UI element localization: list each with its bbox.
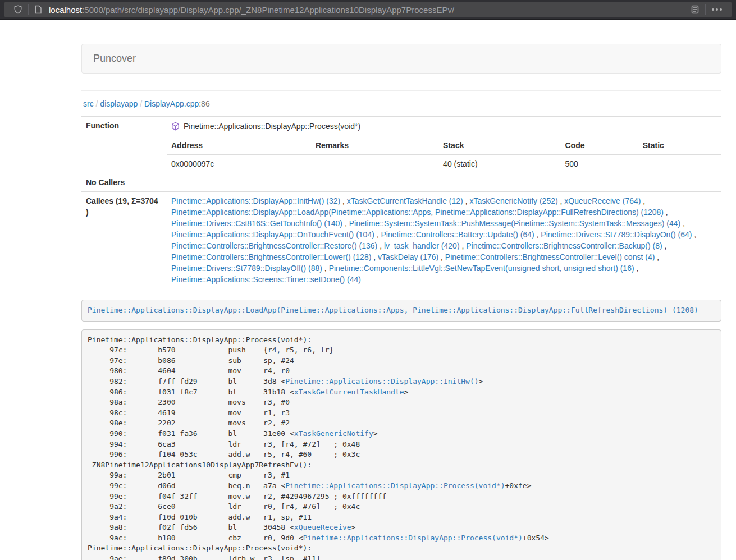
callee-separator: , [438,253,445,261]
highlighted-callee-block: Pinetime::Applications::DisplayApp::Load… [81,300,721,322]
col-header-remarks: Remarks [311,136,438,155]
breadcrumb-link[interactable]: src [83,99,94,108]
col-header-static: Static [638,136,721,155]
address-table-row: 0x0000097c 40 (static) 500 [167,155,721,173]
callee-link[interactable]: vTaskDelay (176) [378,253,438,261]
callee-link[interactable]: Pinetime::Controllers::BrightnessControl… [171,241,377,250]
callee-separator: , [371,253,378,261]
breadcrumb-link[interactable]: displayapp [100,99,138,108]
callee-link[interactable]: Pinetime::Controllers::BrightnessControl… [171,253,371,261]
asm-text: 9ae: f89d 300b ldrb.w r3, [sp, #11] [88,554,321,560]
menu-dots-icon[interactable] [708,8,726,11]
asm-symbol-link[interactable]: xTaskGenericNotify [294,429,373,438]
callee-separator: , [460,241,467,250]
breadcrumb-link[interactable]: DisplayApp.cpp [144,99,199,108]
col-header-stack: Stack [438,136,560,155]
page-info-icon[interactable] [31,5,45,14]
asm-symbol-link[interactable]: Pinetime::Applications::DisplayApp::Proc… [303,534,523,542]
asm-text: 990: f031 fa36 bl 31e00 < [88,429,294,438]
browser-toolbar: localhost:5000/path/src/displayapp/Displ… [0,0,736,20]
asm-text: 99e: f04f 32ff mov.w r2, #4294967295 ; 0… [88,492,386,501]
callee-separator: , [692,230,697,239]
no-callers-cell [167,173,721,192]
callee-link[interactable]: Pinetime::Drivers::St7789::DisplayOn() (… [541,230,692,239]
callee-separator: , [655,253,659,261]
callees-row: Callees (19, Σ=3704 ) Pinetime::Applicat… [81,192,721,289]
function-cube-icon [171,122,180,131]
asm-text: 9a4: f10d 010b add.w r1, sp, #11 [88,513,312,521]
asm-text: 99a: 2b01 cmp r3, #1 [88,471,290,479]
callee-link[interactable]: Pinetime::Controllers::Battery::Update()… [381,230,534,239]
asm-symbol-link[interactable]: xQueueReceive [294,523,351,531]
asm-text: 982: f7ff fd29 bl 3d8 < [88,377,285,385]
asm-text: Pinetime::Applications::DisplayApp::Proc… [88,544,312,552]
asm-text: 986: f031 f8c7 bl 31b18 < [88,388,294,396]
asm-symbol-link[interactable]: Pinetime::Applications::DisplayApp::Init… [285,377,478,385]
asm-text: 9a8: f02f fd56 bl 30458 < [88,523,294,531]
callee-link[interactable]: Pinetime::Applications::DisplayApp::Init… [171,196,340,205]
asm-symbol-link[interactable]: Pinetime::Applications::DisplayApp::Proc… [285,481,505,490]
page-content: Puncover src / displayapp / DisplayApp.c… [81,20,721,560]
callee-link[interactable]: Pinetime::System::SystemTask::PushMessag… [349,219,681,228]
callee-link[interactable]: xTaskGenericNotify (252) [469,196,557,205]
reader-mode-icon[interactable] [687,5,703,14]
highlighted-callee-link[interactable]: Pinetime::Applications::DisplayApp::Load… [88,306,698,314]
asm-text: 994: 6ca3 ldr r3, [r4, #72] ; 0x48 [88,440,360,448]
asm-text: > [479,377,483,385]
brand-link[interactable]: Puncover [93,53,136,64]
col-header-code: Code [560,136,638,155]
asm-text: 97c: b570 push {r4, r5, r6, lr} [88,346,333,354]
callee-separator: , [664,208,668,217]
callee-separator: , [377,241,384,250]
url-host: localhost [49,5,82,15]
url-bar[interactable]: localhost:5000/path/src/displayapp/Displ… [4,2,732,17]
callees-list: Pinetime::Applications::DisplayApp::Init… [167,192,721,289]
breadcrumb-line-number: :86 [199,99,209,108]
breadcrumb-separator: / [94,99,100,108]
asm-symbol-link[interactable]: xTaskGetCurrentTaskHandle [294,388,404,396]
callee-link[interactable]: Pinetime::Drivers::St7789::DisplayOff() … [171,264,322,273]
callee-link[interactable]: Pinetime::Components::LittleVgl::SetNewT… [329,264,634,273]
address-value: 0x0000097c [167,155,311,173]
callee-separator: , [374,230,381,239]
asm-text: 9ac: b180 cbz r0, 9d0 < [88,534,303,542]
callee-link[interactable]: xTaskGetCurrentTaskHandle (12) [347,196,463,205]
callee-link[interactable]: Pinetime::Applications::DisplayApp::OnTo… [171,230,374,239]
toolbar-divider [28,4,29,15]
asm-text: > [404,388,409,396]
callee-link[interactable]: Pinetime::Drivers::Cst816S::GetTouchInfo… [171,219,342,228]
code-value: 500 [560,155,638,173]
asm-text: 97e: b086 sub sp, #24 [88,356,294,365]
col-header-address: Address [167,136,311,155]
callee-separator: , [342,219,349,228]
asm-text: 99c: d06d beq.n a7a < [88,481,285,490]
shield-icon[interactable] [10,5,26,14]
callee-link[interactable]: Pinetime::Applications::DisplayApp::Load… [171,208,664,217]
callee-separator: , [463,196,470,205]
callee-link[interactable]: lv_task_handler (420) [384,241,460,250]
asm-text: +0x54> [523,534,549,542]
callees-label: Callees (19, Σ=3704 ) [81,192,167,289]
disassembly-block: Pinetime::Applications::DisplayApp::Proc… [81,329,721,560]
function-cell: Pinetime::Applications::DisplayApp::Proc… [167,117,721,173]
callee-link[interactable]: Pinetime::Controllers::BrightnessControl… [445,253,655,261]
function-row-label: Function [81,117,167,173]
callee-link[interactable]: xQueueReceive (764) [564,196,641,205]
callee-separator: , [340,196,347,205]
callee-separator: , [322,264,329,273]
asm-text: > [351,523,356,531]
breadcrumb: src / displayapp / DisplayApp.cpp:86 [81,98,721,109]
no-callers-label: No Callers [81,173,167,192]
asm-text: 98c: 4619 mov r1, r3 [88,408,290,417]
callee-link[interactable]: Pinetime::Controllers::BrightnessControl… [466,241,662,250]
url-text: localhost:5000/path/src/displayapp/Displ… [49,5,687,15]
url-path: :5000/path/src/displayapp/DisplayApp.cpp… [82,5,454,15]
symbol-table: Function Pinetime::Applications::Display… [81,116,721,288]
callee-link[interactable]: Pinetime::Applications::Screens::Timer::… [171,275,361,284]
asm-text: > [373,429,378,438]
function-row: Function Pinetime::Applications::Display… [81,117,721,173]
navbar: Puncover [81,44,721,74]
callee-separator: , [662,241,667,250]
divider [81,90,721,91]
toolbar-divider [705,4,706,15]
